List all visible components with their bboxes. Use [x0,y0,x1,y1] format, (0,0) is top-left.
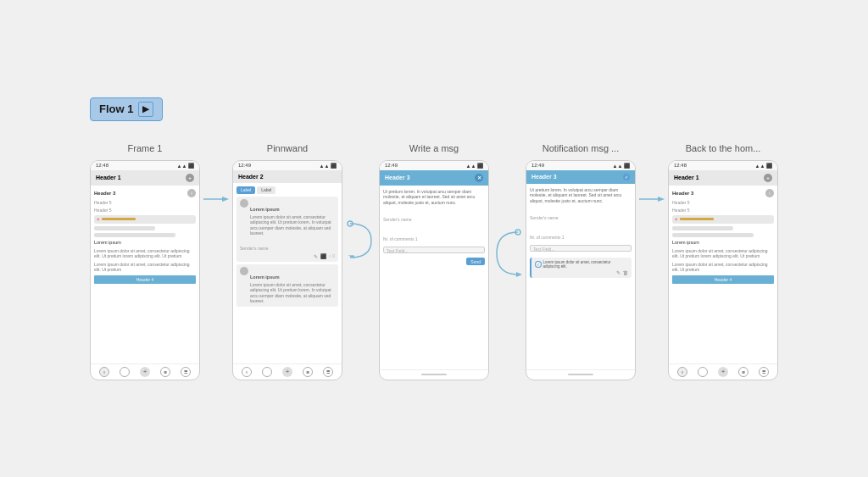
frame-1-column: Frame 1 12:48 ▲▲ ⬛ Header 1 + Header 3 i [90,143,200,380]
frame-4-column: Notification msg ... 12:49 ▲▲ ⬛ Header 3… [526,143,636,380]
toast-delete[interactable]: 🗑 [623,270,628,275]
tab-label1[interactable]: Label [236,186,255,194]
frame-5-column: Back to the hom... 12:48 ▲▲ ⬛ Header 1 +… [668,143,778,380]
delete-icon[interactable]: ⬛ [320,253,326,259]
nav-dot-1[interactable]: ○ [99,367,109,377]
sender-row-1: Sender's name [240,238,335,253]
frame-4-title: Notification msg ... [542,143,619,153]
text-field-3[interactable]: Text Field... [383,247,485,253]
nav-dot-2-3[interactable]: ≋ [303,367,313,377]
flow-label-text: Flow 1 [99,103,133,115]
rating-row: ♥ [94,215,196,224]
arrow-2 [346,219,376,262]
frame-2-title: Pinnwand [267,143,308,153]
chat-2: Lorem ipsum Lorem ipsum dolor sit amet, … [236,264,338,307]
nav-dot-2-2[interactable] [262,367,272,377]
frame-5-title: Back to the hom... [686,143,761,153]
bottom-bar-3 [380,369,488,380]
body-3: Ut pretium lorem. In volutpat arcu sempe… [380,186,488,369]
header4-bar-5: Header 4 [672,275,774,284]
header-2: Header 2 [233,170,342,183]
nav-dot-5-1[interactable]: ○ [677,367,687,377]
frame-2-column: Pinnwand 12:49 ▲▲ ⬛ Header 2 Label Label [232,143,342,380]
header3-row-5: Header 3 i [672,189,774,197]
flow-area: Flow 1 ▶ Frame 1 12:48 ▲▲ ⬛ Header 1 + [64,80,804,397]
notification-toast: ✓ Lorem ipsum dolor sit amet, consectetu… [530,258,632,278]
bottom-nav-5: ○ + ≋ ☰ [669,363,777,380]
nav-dot-2-1[interactable]: ○ [242,367,252,377]
arrow-4 [639,194,665,204]
arrow-3 [492,228,522,279]
nav-dot-3[interactable]: ≋ [160,367,170,377]
bottom-bar-4 [526,369,635,380]
avatar-2 [240,267,248,275]
nav-plus-5[interactable]: + [718,367,728,377]
send-button[interactable]: Send [466,258,485,265]
header4-bar: Header 4 [94,275,196,284]
header-icon-5: + [764,174,772,182]
flow-icon: ▶ [138,102,153,117]
header-icon-1: + [186,174,194,182]
canvas: Flow 1 ▶ Frame 1 12:48 ▲▲ ⬛ Header 1 + [0,0,868,477]
nav-dot-5-4[interactable]: ☰ [759,367,769,377]
body-4: Ut pretium lorem. In volutpat arcu sempe… [526,184,635,369]
gray-bar-5-2 [672,233,754,237]
tab-label2[interactable]: Label [257,186,275,194]
check-icon: ✓ [535,261,542,268]
body-1: Header 3 i Header 5 Header 5 ♥ Lorem ips… [91,186,199,363]
phone-frame-3: 12:49 ▲▲ ⬛ Header 3 ✕ Ut pretium lorem. … [379,160,489,380]
close-icon-3[interactable]: ✕ [475,174,483,182]
arrow-1 [203,194,229,204]
badge-4: ✓ [623,174,630,180]
svg-marker-4 [516,272,522,277]
nav-dot-5-3[interactable]: ≋ [738,367,748,377]
status-bar-1: 12:48 ▲▲ ⬛ [91,161,199,170]
edit-icon[interactable]: ✎ [314,253,318,259]
status-bar-5: 12:48 ▲▲ ⬛ [669,161,777,170]
frame-1-title: Frame 1 [128,143,163,153]
nav-dot-2-4[interactable]: ☰ [323,367,333,377]
svg-marker-7 [658,197,665,202]
phone-frame-2: 12:49 ▲▲ ⬛ Header 2 Label Label [232,160,342,380]
text-field-4[interactable]: Text Field... [530,245,632,252]
nav-dot-2[interactable] [120,367,130,377]
flow-label[interactable]: Flow 1 ▶ [90,97,163,121]
body-2: Label Label Lorem ipsum Lorem ipsum dolo… [233,183,342,363]
toast-content: ✓ Lorem ipsum dolor sit amet, consectetu… [530,258,632,278]
header3-row: Header 3 i [94,189,196,197]
rating-bar [102,218,136,220]
rating-bar-5 [680,218,714,220]
send-btn-area: Send [383,258,485,265]
gray-bar-2 [94,233,175,237]
avatar-icon-5: i [765,189,774,197]
avatar-1 [240,199,248,208]
status-bar-3: 12:49 ▲▲ ⬛ [380,161,488,170]
header-5: Header 1 + [669,170,777,186]
frames-container: Frame 1 12:48 ▲▲ ⬛ Header 1 + Header 3 i [90,143,778,380]
status-bar-4: 12:49 ▲▲ ⬛ [526,161,635,170]
action-row-1: ✎ ⬛ ○ 0 [240,253,335,259]
nav-dot-4[interactable]: ☰ [181,367,191,377]
nav-plus-2[interactable]: + [282,367,292,377]
nav-dot-5-2[interactable] [698,367,708,377]
svg-marker-1 [222,197,229,202]
gray-bar-5-1 [672,226,733,230]
rating-row-5: ♥ [672,215,774,224]
phone-frame-4: 12:49 ▲▲ ⬛ Header 3 ✓ Ut pretium lorem. … [526,160,636,380]
frame-3-column: Write a msg 12:49 ▲▲ ⬛ Header 3 ✕ Ut pre… [379,143,489,380]
status-bar-2: 12:49 ▲▲ ⬛ [233,161,342,170]
bottom-nav-2: ○ + ≋ ☰ [233,363,342,380]
toast-actions: ✎ 🗑 [535,269,628,275]
body-5: Header 3 i Header 5 Header 5 ♥ Lorem ips… [669,186,777,363]
avatar-icon: i [187,189,196,197]
header-1: Header 1 + [91,170,199,186]
bottom-nav-1: ○ + ≋ ☰ [91,363,199,380]
header-3: Header 3 ✕ [380,170,488,186]
phone-frame-1: 12:48 ▲▲ ⬛ Header 1 + Header 3 i Header … [90,160,200,380]
phone-frame-5: 12:48 ▲▲ ⬛ Header 1 + Header 3 i Header … [668,160,778,380]
header-4: Header 3 ✓ [526,170,635,184]
frame-3-title: Write a msg [409,143,459,153]
toast-edit[interactable]: ✎ [616,269,620,275]
nav-plus[interactable]: + [140,367,150,377]
gray-bar-1 [94,226,155,230]
